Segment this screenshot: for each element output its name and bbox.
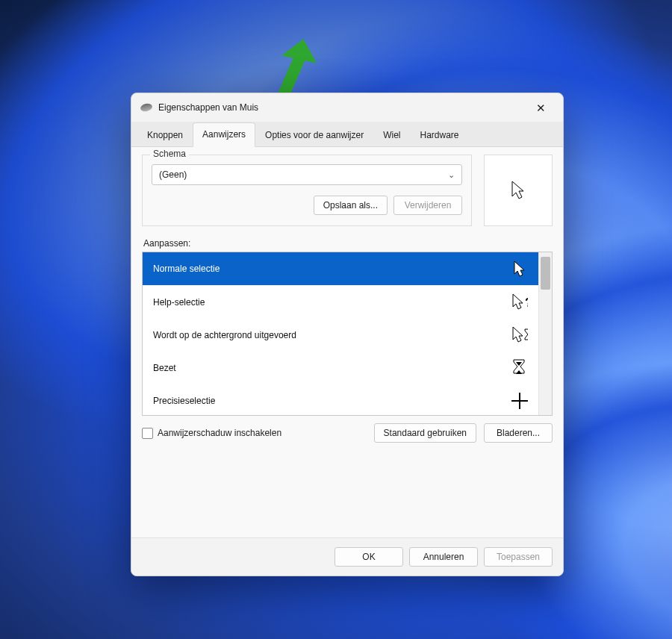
- cursor-busy-icon: [511, 360, 528, 376]
- list-item-label: Precisieselectie: [153, 396, 215, 406]
- cursor-arrow-icon: [510, 180, 526, 201]
- browse-button[interactable]: Bladeren...: [484, 423, 553, 443]
- list-item[interactable]: Normale selectie: [143, 252, 538, 285]
- list-item-label: Wordt op de achtergrond uitgevoerd: [153, 330, 296, 340]
- close-icon: ✕: [536, 102, 546, 113]
- schema-group: Schema (Geen) ⌄ Opslaan als... Verwijder…: [142, 155, 472, 226]
- svg-marker-6: [513, 294, 523, 309]
- list-item-label: Help-selectie: [153, 297, 205, 308]
- dialog-button-row: OK Annuleren Toepassen: [131, 537, 563, 576]
- svg-text:?: ?: [525, 296, 528, 309]
- tab-aanwijzers[interactable]: Aanwijzers: [193, 122, 255, 147]
- checkbox-icon: [142, 428, 153, 439]
- cursor-help-icon: ?: [511, 294, 528, 311]
- pointer-shadow-checkbox[interactable]: Aanwijzerschaduw inschakelen: [142, 428, 281, 439]
- tab-hardware[interactable]: Hardware: [411, 122, 469, 147]
- cursor-preview: [484, 155, 553, 226]
- cursor-precision-icon: [511, 393, 528, 409]
- tab-strip: Knoppen Aanwijzers Opties voor de aanwij…: [131, 122, 563, 147]
- cancel-button[interactable]: Annuleren: [409, 547, 478, 567]
- checkbox-label: Aanwijzerschaduw inschakelen: [158, 428, 281, 438]
- title-bar: Eigenschappen van Muis ✕: [131, 93, 563, 122]
- cursor-list[interactable]: Normale selectie Help-selectie ?: [142, 252, 553, 416]
- list-item[interactable]: Wordt op de achtergrond uitgevoerd: [143, 318, 538, 351]
- use-default-button[interactable]: Standaard gebruiken: [374, 423, 476, 443]
- cursor-arrow-icon: [511, 261, 528, 277]
- cursor-working-icon: [511, 327, 528, 343]
- list-item[interactable]: Help-selectie ?: [143, 285, 538, 318]
- mouse-properties-dialog: Eigenschappen van Muis ✕ Knoppen Aanwijz…: [131, 93, 564, 576]
- window-title: Eigenschappen van Muis: [158, 102, 518, 113]
- close-button[interactable]: ✕: [524, 96, 557, 119]
- schema-selected-value: (Geen): [159, 169, 187, 180]
- tab-wiel[interactable]: Wiel: [373, 122, 410, 147]
- schema-dropdown[interactable]: (Geen) ⌄: [152, 164, 462, 185]
- save-as-button[interactable]: Opslaan als...: [314, 196, 388, 215]
- list-scrollbar[interactable]: [538, 252, 552, 415]
- schema-group-label: Schema: [150, 149, 189, 159]
- delete-button[interactable]: Verwijderen: [393, 196, 462, 215]
- apply-button[interactable]: Toepassen: [484, 547, 553, 567]
- svg-marker-4: [512, 181, 523, 199]
- list-item[interactable]: Precisieselectie: [143, 384, 538, 415]
- list-item-label: Bezet: [153, 363, 176, 373]
- mouse-icon: [140, 102, 153, 112]
- svg-marker-8: [513, 327, 523, 342]
- tab-opties[interactable]: Opties voor de aanwijzer: [255, 122, 373, 147]
- list-item-label: Normale selectie: [153, 264, 220, 274]
- customize-label: Aanpassen:: [143, 238, 551, 249]
- tab-panel-aanwijzers: Schema (Geen) ⌄ Opslaan als... Verwijder…: [131, 147, 563, 537]
- scrollbar-thumb[interactable]: [541, 257, 550, 290]
- list-item[interactable]: Bezet: [143, 351, 538, 384]
- tab-knoppen[interactable]: Knoppen: [137, 122, 193, 147]
- chevron-down-icon: ⌄: [448, 170, 455, 180]
- ok-button[interactable]: OK: [335, 547, 403, 567]
- svg-marker-5: [514, 261, 524, 276]
